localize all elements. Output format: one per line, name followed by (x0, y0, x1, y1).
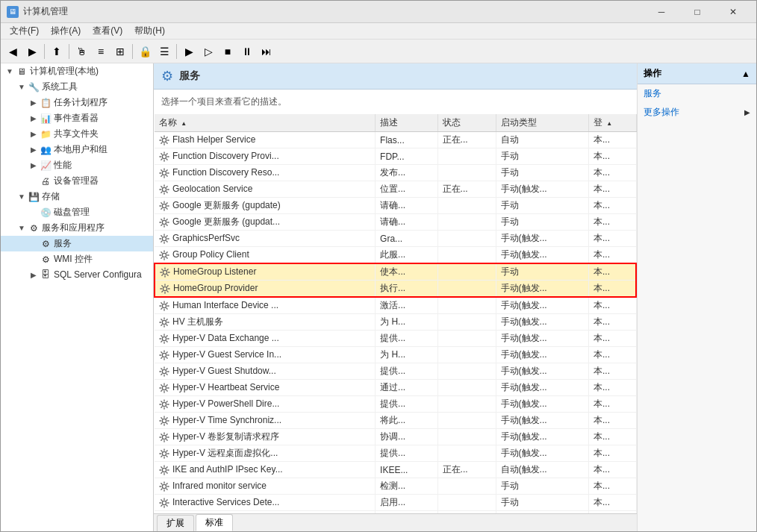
table-row[interactable]: Function Discovery Reso...发布...手动本... (155, 165, 636, 181)
service-status-cell (437, 247, 496, 264)
sidebar-storage[interactable]: ▼ 💾 存储 (1, 189, 153, 204)
table-row[interactable]: Hyper-V Guest Service In...为 H...手动(触发..… (155, 347, 636, 363)
service-status-cell (437, 331, 496, 347)
col-status[interactable]: 状态 (437, 114, 496, 132)
right-panel-header: 操作 ▲ (638, 63, 756, 84)
main-window: 🖥 计算机管理 ─ □ ✕ 文件(F) 操作(A) 查看(V) 帮助(H) ◀ … (0, 0, 757, 532)
table-row[interactable]: Geolocation Service位置...正在...手动(触发...本..… (155, 181, 636, 198)
services-tbody: Flash Helper ServiceFlas...正在...自动本... F… (155, 132, 636, 514)
table-row[interactable]: Hyper-V Heartbeat Service通过...手动(触发...本.… (155, 380, 636, 396)
table-row[interactable]: HV 主机服务为 H...手动(触发...本... (155, 314, 636, 331)
sidebar-services-apps-label: 服务和应用程序 (42, 222, 105, 234)
service-startup-cell: 手动(触发... (496, 445, 588, 462)
table-row[interactable]: HomeGroup Listener使本...手动本... (155, 263, 636, 281)
table-row[interactable]: Hyper-V 远程桌面虚拟化...提供...手动(触发...本... (155, 445, 636, 462)
right-panel-collapse[interactable]: ▲ (741, 69, 750, 79)
sidebar-device-mgr[interactable]: 🖨 设备管理器 (1, 173, 153, 189)
expand-icon-task: ▶ (28, 97, 40, 109)
table-row[interactable]: Infrared monitor service检测...手动本... (155, 478, 636, 495)
sidebar-shared-folder[interactable]: ▶ 📁 共享文件夹 (1, 126, 153, 142)
col-login[interactable]: 登 ▲ (588, 114, 636, 132)
sidebar-local-users[interactable]: ▶ 👥 本地用户和组 (1, 142, 153, 157)
sidebar-disk-mgmt[interactable]: 💿 磁盘管理 (1, 204, 153, 220)
sidebar-disk-label: 磁盘管理 (54, 206, 90, 219)
back-button[interactable]: ◀ (4, 43, 22, 60)
table-row[interactable]: HomeGroup Provider执行...手动(触发...本... (155, 281, 636, 298)
sidebar-services-apps[interactable]: ▼ ⚙ 服务和应用程序 (1, 220, 153, 236)
service-startup-cell: 手动 (496, 165, 588, 181)
table-row[interactable]: Hyper-V Data Exchange ...提供...手动(触发...本.… (155, 331, 636, 347)
table-row[interactable]: Hyper-V 卷影复制请求程序协调...手动(触发...本... (155, 429, 636, 445)
menu-view[interactable]: 查看(V) (87, 23, 128, 39)
sidebar-root[interactable]: ▼ 🖥 计算机管理(本地) (1, 63, 153, 79)
col-desc[interactable]: 描述 (376, 114, 438, 132)
right-panel-more-actions[interactable]: 更多操作 ▶ (638, 103, 756, 122)
table-row[interactable]: Google 更新服务 (gupdate)请确...手动本... (155, 198, 636, 214)
pause-button[interactable]: ⏸ (238, 43, 256, 60)
sidebar-system-tools[interactable]: ▼ 🔧 系统工具 (1, 79, 153, 95)
device-icon: 🖨 (40, 175, 52, 187)
table-row[interactable]: Google 更新服务 (gupdat...请确...手动本... (155, 214, 636, 231)
tab-expand[interactable]: 扩展 (157, 515, 194, 531)
service-icon (159, 184, 169, 195)
col-startup[interactable]: 启动类型 (496, 114, 588, 132)
window-title: 计算机管理 (23, 5, 644, 18)
next-button[interactable]: ⏭ (258, 43, 275, 60)
sidebar-task-scheduler[interactable]: ▶ 📋 任务计划程序 (1, 95, 153, 110)
service-login-cell: 本... (588, 445, 636, 462)
tab-standard[interactable]: 标准 (196, 514, 233, 531)
shield-button[interactable]: 🔒 (136, 43, 154, 60)
menu-help[interactable]: 帮助(H) (128, 23, 171, 39)
detail-view-button2[interactable]: ☰ (155, 43, 173, 60)
svg-point-11 (162, 320, 166, 324)
service-startup-cell: 手动(触发... (496, 247, 588, 264)
sidebar-performance[interactable]: ▶ 📈 性能 (1, 157, 153, 173)
forward-button[interactable]: ▶ (23, 43, 41, 60)
sidebar-services[interactable]: ⚙ 服务 (1, 236, 153, 251)
right-panel-more-label: 更多操作 (644, 106, 679, 119)
service-status-cell (437, 281, 496, 298)
service-icon (159, 498, 169, 508)
menu-action[interactable]: 操作(A) (45, 23, 87, 39)
sidebar-root-label: 计算机管理(本地) (30, 65, 99, 78)
table-row[interactable]: Hyper-V Guest Shutdow...提供...手动(触发...本..… (155, 363, 636, 380)
show-hide-button[interactable]: 🖱 (72, 43, 90, 60)
svg-point-4 (162, 204, 166, 207)
sidebar-wmi[interactable]: ⚙ WMI 控件 (1, 251, 153, 267)
play2-button[interactable]: ▷ (199, 43, 217, 60)
col-name[interactable]: 名称 ▲ (155, 114, 376, 132)
table-row[interactable]: Interactive Services Dete...启用...手动本... (155, 495, 636, 511)
service-icon (159, 366, 169, 377)
minimize-button[interactable]: ─ (644, 1, 679, 23)
service-desc-cell: FDP... (376, 148, 438, 165)
play-button[interactable]: ▶ (180, 43, 198, 60)
menu-file[interactable]: 文件(F) (4, 23, 45, 39)
expand-icon-dm (28, 175, 40, 187)
table-row[interactable]: Function Discovery Provi...FDP...手动本... (155, 148, 636, 165)
right-panel-title: 操作 (644, 67, 661, 80)
right-panel-services[interactable]: 服务 (638, 84, 756, 103)
table-row[interactable]: GraphicsPerfSvcGra...手动(触发...本... (155, 231, 636, 247)
sidebar-event-viewer[interactable]: ▶ 📊 事件查看器 (1, 110, 153, 126)
table-row[interactable]: IKE and AuthIP IPsec Key...IKEE...正在...自… (155, 462, 636, 478)
service-status-cell (437, 495, 496, 511)
maximize-button[interactable]: □ (680, 1, 714, 23)
table-row[interactable]: Human Interface Device ...激活...手动(触发...本… (155, 297, 636, 314)
detail-view-button[interactable]: ⊞ (111, 43, 129, 60)
table-row[interactable]: Hyper-V Time Synchroniz...将此...手动(触发...本… (155, 413, 636, 429)
service-name-cell: IKE and AuthIP IPsec Key... (155, 462, 376, 478)
table-row[interactable]: Group Policy Client此服...手动(触发...本... (155, 247, 636, 264)
sidebar-sql[interactable]: ▶ 🗄 SQL Server Configura (1, 267, 153, 282)
sort-arrow-login: ▲ (606, 120, 612, 127)
list-view-button[interactable]: ≡ (92, 43, 110, 60)
expand-icon-sf: ▶ (28, 128, 40, 140)
service-status-cell (437, 413, 496, 429)
up-button[interactable]: ⬆ (48, 43, 66, 60)
table-row[interactable]: Hyper-V PowerShell Dire...提供...手动(触发...本… (155, 396, 636, 413)
stop-button[interactable]: ■ (219, 43, 237, 60)
services-list: 名称 ▲ 描述 状态 启动类型 (154, 114, 637, 513)
service-icon (159, 448, 169, 459)
table-row[interactable]: Flash Helper ServiceFlas...正在...自动本... (155, 132, 636, 148)
close-button[interactable]: ✕ (716, 1, 750, 23)
service-icon (159, 151, 169, 162)
